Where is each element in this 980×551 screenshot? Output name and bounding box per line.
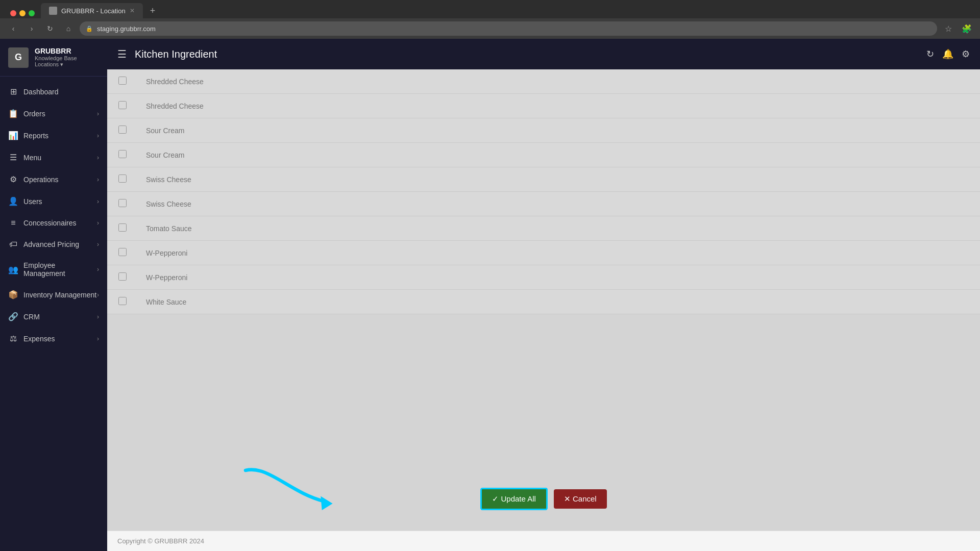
home-button[interactable]: ⌂ [61,21,76,36]
nav-label-orders: Orders [23,110,45,118]
sidebar-item-advanced-pricing[interactable]: 🏷 Advanced Pricing › [0,234,107,255]
brand-name: GRUBBRR [35,47,77,55]
nav-label-inventory-management: Inventory Management [23,291,96,299]
users-icon: 👤 [8,196,18,206]
operations-icon: ⚙ [8,174,18,184]
nav-label-advanced-pricing: Advanced Pricing [23,240,79,248]
action-bar: ✓ Update All ✕ Cancel [107,478,980,520]
sidebar-item-expenses[interactable]: ⚖ Expenses › [0,328,107,349]
reports-icon: 📊 [8,131,18,140]
sidebar: G GRUBBRR Knowledge Base Locations ▾ ⊞ D… [0,39,107,551]
refresh-button[interactable]: ↻ [43,21,57,36]
traffic-light-red[interactable] [10,10,16,16]
nav-label-concessionaires: Concessionaires [23,219,77,227]
sidebar-item-crm[interactable]: 🔗 CRM › [0,306,107,328]
chevron-icon: › [97,154,99,161]
hamburger-menu-button[interactable]: ☰ [117,48,127,60]
browser-toolbar: ‹ › ↻ ⌂ 🔒 staging.grubbrr.com ☆ 🧩 [0,18,980,39]
main-content: ☰ Kitchen Ingredient ↻ 🔔 ⚙ Shredded Chee… [107,39,980,551]
menu-icon: ☰ [8,153,18,162]
browser-actions: ☆ 🧩 [941,21,974,36]
address-bar[interactable]: 🔒 staging.grubbrr.com [80,21,937,36]
svg-marker-0 [321,495,333,510]
nav-item-left: ≡ Concessionaires [8,218,77,228]
sidebar-item-operations[interactable]: ⚙ Operations › [0,168,107,190]
address-text: staging.grubbrr.com [97,25,156,33]
dashboard-icon: ⊞ [8,87,18,96]
orders-icon: 📋 [8,109,18,118]
nav-label-menu: Menu [23,154,41,162]
brand-knowledge-base: Knowledge Base [35,55,77,61]
nav-item-left: 👥 Employee Management [8,261,97,278]
nav-item-left: 👤 Users [8,196,42,206]
footer: Copyright © GRUBBRR 2024 [107,531,980,551]
nav-item-left: 🔗 CRM [8,312,40,321]
chevron-icon: › [97,313,99,320]
employee-management-icon: 👥 [8,265,18,274]
forward-button[interactable]: › [24,21,39,36]
address-lock-icon: 🔒 [86,26,93,32]
nav-label-operations: Operations [23,176,58,184]
nav-item-left: ⚙ Operations [8,174,58,184]
traffic-light-green[interactable] [29,10,35,16]
nav-item-left: 📊 Reports [8,131,48,140]
browser-tabs: GRUBBRR - Location ✕ + [0,0,980,18]
bookmark-button[interactable]: ☆ [941,21,955,36]
chevron-icon: › [97,198,99,205]
browser-chrome: GRUBBRR - Location ✕ + ‹ › ↻ ⌂ 🔒 staging… [0,0,980,39]
copyright-text: Copyright © GRUBBRR 2024 [117,537,204,545]
sidebar-brand: G GRUBBRR Knowledge Base Locations ▾ [0,39,107,77]
chevron-icon: › [97,335,99,342]
brand-text: GRUBBRR Knowledge Base Locations ▾ [35,47,77,68]
nav-label-expenses: Expenses [23,335,55,343]
header-right: ↻ 🔔 ⚙ [926,48,970,60]
concessionaires-icon: ≡ [8,218,18,228]
page-title: Kitchen Ingredient [135,48,217,60]
extensions-button[interactable]: 🧩 [960,21,974,36]
browser-tab-active[interactable]: GRUBBRR - Location ✕ [41,3,143,18]
chevron-icon: › [97,176,99,183]
sidebar-item-menu[interactable]: ☰ Menu › [0,146,107,168]
brand-locations[interactable]: Locations ▾ [35,61,77,68]
brand-icon: G [8,47,29,68]
nav-item-left: ☰ Menu [8,153,41,162]
new-tab-button[interactable]: + [145,3,160,18]
nav-label-reports: Reports [23,132,48,140]
expenses-icon: ⚖ [8,334,18,343]
tab-favicon [49,7,57,15]
advanced-pricing-icon: 🏷 [8,240,18,249]
update-all-button[interactable]: ✓ Update All [480,488,548,510]
back-button[interactable]: ‹ [6,21,20,36]
nav-item-left: 🏷 Advanced Pricing [8,240,79,249]
nav-label-crm: CRM [23,313,40,321]
tab-title: GRUBBRR - Location [61,7,126,15]
nav-item-left: 📦 Inventory Management [8,290,96,299]
nav-item-left: ⚖ Expenses [8,334,55,343]
chevron-icon: › [97,110,99,117]
chevron-icon: › [97,132,99,139]
nav-label-users: Users [23,197,42,206]
crm-icon: 🔗 [8,312,18,321]
nav-item-left: 📋 Orders [8,109,45,118]
cancel-button[interactable]: ✕ Cancel [554,489,607,509]
sidebar-item-inventory-management[interactable]: 📦 Inventory Management › [0,284,107,306]
nav-label-dashboard: Dashboard [23,88,59,96]
sidebar-item-concessionaires[interactable]: ≡ Concessionaires › [0,212,107,234]
sidebar-item-dashboard[interactable]: ⊞ Dashboard [0,81,107,103]
header-left: ☰ Kitchen Ingredient [117,48,217,60]
settings-icon[interactable]: ⚙ [962,48,970,60]
app-container: G GRUBBRR Knowledge Base Locations ▾ ⊞ D… [0,39,980,551]
sidebar-item-users[interactable]: 👤 Users › [0,190,107,212]
traffic-light-yellow[interactable] [19,10,26,16]
refresh-icon[interactable]: ↻ [926,48,934,60]
sidebar-item-reports[interactable]: 📊 Reports › [0,124,107,146]
top-header: ☰ Kitchen Ingredient ↻ 🔔 ⚙ [107,39,980,69]
sidebar-item-employee-management[interactable]: 👥 Employee Management › [0,255,107,284]
sidebar-item-orders[interactable]: 📋 Orders › [0,103,107,124]
sidebar-nav: ⊞ Dashboard 📋 Orders › 📊 Reports › ☰ Men… [0,77,107,551]
arrow-annotation [230,459,362,515]
notifications-icon[interactable]: 🔔 [942,48,953,60]
tab-close-button[interactable]: ✕ [130,7,135,14]
nav-item-left: ⊞ Dashboard [8,87,59,96]
inventory-management-icon: 📦 [8,290,18,299]
